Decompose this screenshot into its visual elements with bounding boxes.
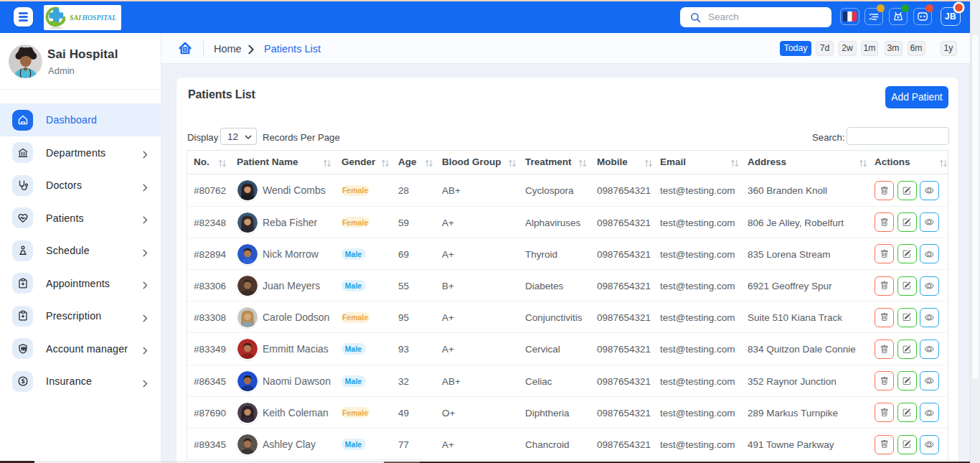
svg-text:HOSPITAL: HOSPITAL [82, 14, 117, 22]
svg-text:$: $ [21, 378, 24, 385]
svg-text:SAI: SAI [70, 14, 81, 22]
